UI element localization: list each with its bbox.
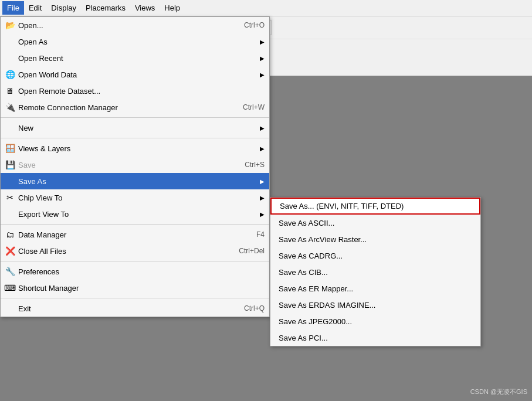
menu-item-remote-conn[interactable]: 🔌 Remote Connection Manager Ctrl+W (1, 99, 269, 115)
menu-item-close-all[interactable]: ❌ Close All Files Ctrl+Del (1, 243, 269, 259)
menu-item-export-view[interactable]: Export View To ▶ (1, 206, 269, 222)
menu-item-saveas-pci[interactable]: Save As PCI... (270, 329, 480, 346)
menu-item-data-manager[interactable]: 🗂 Data Manager F4 (1, 226, 269, 243)
separator-1 (1, 117, 269, 118)
menu-item-saveas-cib[interactable]: Save As CIB... (270, 264, 480, 280)
menu-item-chip-view[interactable]: ✂ Chip View To ▶ (1, 189, 269, 206)
file-menu-dropdown: 📂 Open... Ctrl+O Open As ▶ Open Recent ▶… (0, 16, 270, 317)
menu-help[interactable]: Help (160, 1, 185, 15)
shortcut-icon: ⌨ (4, 282, 16, 294)
world-icon: 🌐 (4, 69, 16, 80)
menu-item-open-recent[interactable]: Open Recent ▶ (1, 50, 269, 66)
watermark-text: CSDN @无凌不GIS (470, 388, 527, 396)
menu-item-views-layers[interactable]: 🪟 Views & Layers ▶ (1, 140, 269, 157)
views-icon: 🪟 (4, 142, 16, 154)
menu-file[interactable]: File (2, 1, 24, 15)
menu-item-save: 💾 Save Ctrl+S (1, 157, 269, 173)
chip-icon: ✂ (4, 192, 16, 203)
menu-bar: File Edit Display Placemarks Views Help (0, 0, 532, 16)
menu-views[interactable]: Views (130, 1, 160, 15)
separator-2 (1, 138, 269, 138)
menu-item-save-as[interactable]: Save As ▶ (1, 173, 269, 189)
menu-placemarks[interactable]: Placemarks (81, 1, 130, 15)
connection-icon: 🔌 (4, 101, 16, 113)
menu-item-saveas-jpeg2000[interactable]: Save As JPEG2000... (270, 313, 480, 329)
menu-item-saveas-ascii[interactable]: Save As ASCII... (270, 215, 480, 231)
menu-item-shortcut-mgr[interactable]: ⌨ Shortcut Manager (1, 280, 269, 296)
data-manager-icon: 🗂 (4, 229, 16, 240)
menu-item-open-as[interactable]: Open As ▶ (1, 33, 269, 50)
menu-item-open-world[interactable]: 🌐 Open World Data ▶ (1, 66, 269, 83)
saveas-submenu: Save As... (ENVI, NITF, TIFF, DTED) Save… (270, 197, 481, 346)
menu-item-exit[interactable]: Exit Ctrl+Q (1, 300, 269, 317)
menu-item-saveas-envi[interactable]: Save As... (ENVI, NITF, TIFF, DTED) (270, 198, 480, 215)
menu-item-new[interactable]: New ▶ (1, 120, 269, 136)
prefs-icon: 🔧 (4, 266, 16, 277)
menu-item-saveas-erdas[interactable]: Save As ERDAS IMAGINE... (270, 297, 480, 313)
separator-3 (1, 224, 269, 225)
menu-item-open[interactable]: 📂 Open... Ctrl+O (1, 17, 269, 33)
menu-item-saveas-ermapper[interactable]: Save As ER Mapper... (270, 280, 480, 297)
remote-icon: 🖥 (4, 85, 16, 97)
menu-edit[interactable]: Edit (24, 1, 46, 15)
close-all-icon: ❌ (4, 245, 16, 257)
menu-item-prefs[interactable]: 🔧 Preferences (1, 263, 269, 280)
menu-item-open-remote[interactable]: 🖥 Open Remote Dataset... (1, 83, 269, 99)
save-icon: 💾 (4, 159, 16, 171)
separator-5 (1, 298, 269, 298)
menu-item-saveas-arcview[interactable]: Save As ArcView Raster... (270, 231, 480, 247)
open-icon: 📂 (4, 19, 16, 31)
separator-4 (1, 261, 269, 261)
menu-display[interactable]: Display (46, 1, 81, 15)
menu-item-saveas-cadrg[interactable]: Save As CADRG... (270, 247, 480, 264)
